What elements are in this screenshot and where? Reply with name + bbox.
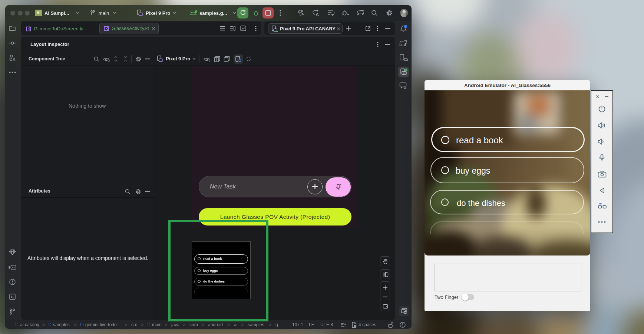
svg-text:A: A — [316, 12, 319, 17]
